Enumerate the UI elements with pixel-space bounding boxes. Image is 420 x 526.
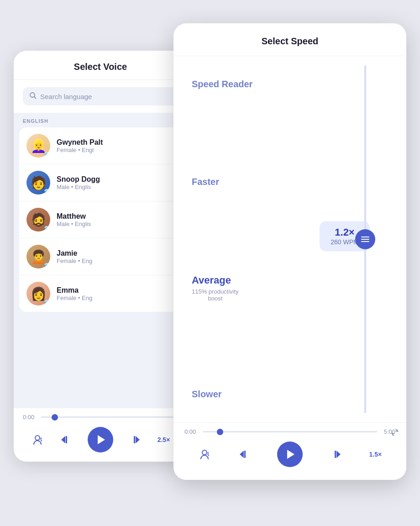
speed-panel-header: Select Speed (173, 23, 406, 56)
handle-line (361, 241, 369, 242)
section-label-english: ENGLISH (14, 113, 187, 127)
voice-info: Gwyneth Palt Female • Engl (57, 138, 174, 153)
progress-track[interactable] (203, 431, 377, 432)
search-box[interactable]: Search language (23, 87, 178, 105)
list-item[interactable]: 🧔 💎 Matthew Male • Englis (19, 201, 182, 238)
avatar: 🧑 💎 (26, 171, 50, 195)
compress-icon[interactable] (391, 428, 399, 439)
svg-point-8 (202, 450, 207, 455)
voice-panel-header: Select Voice (14, 51, 187, 80)
voice-name: Matthew (57, 212, 174, 221)
voice-name: Snoop Dogg (57, 175, 174, 184)
play-button[interactable] (277, 442, 303, 467)
voice-meta: Male • Englis (57, 184, 174, 190)
skip-forward-button[interactable] (129, 434, 141, 446)
svg-rect-5 (66, 436, 67, 443)
search-icon (29, 92, 37, 101)
speed-button[interactable]: 1.5× (369, 451, 382, 458)
voice-button[interactable] (31, 433, 44, 446)
skip-back-button[interactable] (238, 448, 250, 460)
handle-line (361, 237, 369, 237)
list-item[interactable]: 🧑‍🦱 💎 Jamie Female • Eng (19, 238, 182, 275)
svg-marker-4 (61, 436, 65, 443)
speed-option-faster[interactable]: Faster (192, 177, 352, 187)
speed-slider[interactable] (352, 65, 379, 413)
svg-rect-7 (134, 436, 135, 443)
voice-meta: Male • Englis (57, 221, 174, 227)
speed-option-desc: 115% productivityboost (192, 288, 239, 302)
time-start: 0:00 (23, 414, 37, 421)
voice-name: Gwyneth Palt (57, 138, 174, 147)
speed-option-speed-reader[interactable]: Speed Reader (192, 79, 352, 89)
gem-badge: 💎 (44, 263, 50, 268)
speed-content: Speed Reader Faster Average 115% product… (173, 56, 406, 422)
voice-list: 👱‍♀️ 💎 Gwyneth Palt Female • Engl 🧑 💎 Sn… (19, 127, 182, 312)
voice-panel-title: Select Voice (74, 62, 127, 72)
gem-badge: 💎 (44, 226, 50, 231)
play-icon (98, 435, 105, 444)
voice-meta: Female • Eng (57, 295, 174, 301)
svg-point-3 (40, 438, 42, 439)
svg-line-1 (34, 97, 36, 99)
svg-rect-13 (335, 451, 336, 458)
speed-button[interactable]: 2.5× (158, 436, 170, 443)
avatar: 🧔 💎 (26, 208, 50, 231)
speed-option-average[interactable]: Average 115% productivityboost (192, 274, 352, 302)
avatar: 🧑‍🦱 💎 (26, 245, 50, 268)
svg-marker-10 (240, 451, 244, 458)
speed-panel-title: Select Speed (262, 36, 319, 46)
progress-thumb[interactable] (217, 429, 223, 435)
search-input-placeholder: Search language (40, 93, 92, 100)
skip-forward-button[interactable] (330, 448, 342, 460)
voice-info: Emma Female • Eng (57, 286, 174, 301)
voice-name: Jamie (57, 249, 174, 258)
voice-name: Emma (57, 286, 174, 295)
list-item[interactable]: 👩 💎 Emma Female • Eng (19, 275, 182, 312)
list-item[interactable]: 🧑 💎 Snoop Dogg Male • Englis (19, 164, 182, 201)
skip-back-button[interactable] (60, 434, 72, 446)
svg-marker-12 (336, 451, 341, 458)
gem-badge: 💎 (44, 189, 50, 195)
player-bar-speed: 0:00 5:00 (173, 422, 406, 480)
speed-option-label: Slower (192, 389, 222, 400)
handle-lines-icon (361, 237, 369, 242)
play-icon (287, 450, 294, 459)
svg-rect-11 (244, 451, 246, 458)
speed-option-label: Faster (192, 177, 219, 187)
voice-info: Snoop Dogg Male • Englis (57, 175, 174, 190)
time-start: 0:00 (184, 428, 198, 435)
play-button[interactable] (88, 427, 113, 452)
progress-row: 0:00 5:00 (184, 428, 395, 435)
progress-row: 0:00 (23, 414, 178, 421)
svg-point-2 (35, 436, 40, 440)
gem-badge: 💎 (44, 152, 50, 158)
speed-panel: Select Speed Speed Reader Faster Average… (173, 23, 406, 480)
svg-point-9 (207, 452, 209, 454)
controls-row: 2.5× (23, 427, 178, 452)
slider-handle[interactable] (355, 229, 375, 249)
voice-button[interactable] (198, 448, 211, 461)
speed-option-slower[interactable]: Slower (192, 389, 352, 400)
controls-row: 1.5× (184, 442, 395, 467)
voice-info: Jamie Female • Eng (57, 249, 174, 264)
speed-option-label: Average (192, 274, 231, 286)
progress-track[interactable] (41, 416, 178, 418)
voice-panel: Select Voice Search language ENGLISH 👱‍♀… (14, 51, 187, 462)
svg-marker-6 (136, 436, 140, 443)
progress-thumb[interactable] (52, 414, 58, 421)
search-container: Search language (14, 80, 187, 113)
avatar: 👩 💎 (26, 282, 50, 305)
gem-badge: 💎 (44, 300, 50, 305)
player-bar-voice: 0:00 (14, 408, 187, 462)
handle-line (361, 239, 369, 240)
speed-option-label: Speed Reader (192, 79, 252, 89)
voice-meta: Female • Engl (57, 147, 174, 153)
avatar: 👱‍♀️ 💎 (26, 134, 50, 158)
voice-info: Matthew Male • Englis (57, 212, 174, 227)
list-item[interactable]: 👱‍♀️ 💎 Gwyneth Palt Female • Engl (19, 127, 182, 164)
voice-meta: Female • Eng (57, 258, 174, 264)
